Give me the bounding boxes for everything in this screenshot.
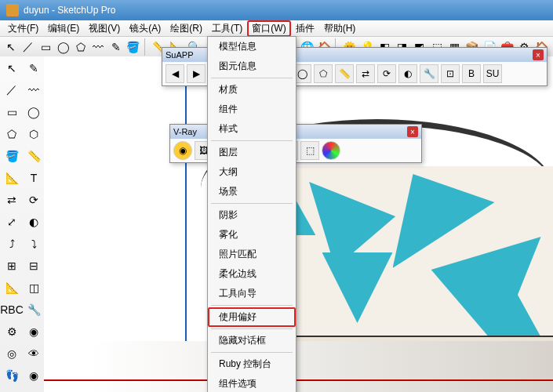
menu-帮助(H)[interactable]: 帮助(H): [319, 20, 361, 37]
menu-item-雾化[interactable]: 雾化: [208, 225, 296, 245]
suapp-tool-icon[interactable]: ▶: [187, 64, 206, 83]
menu-item-样式[interactable]: 样式: [208, 119, 296, 139]
palette-tool-icon[interactable]: ⇄: [2, 190, 22, 210]
palette-tool-icon[interactable]: ⟳: [24, 190, 44, 210]
palette-tool-icon[interactable]: ◯: [24, 102, 44, 122]
menu-separator: [211, 140, 293, 141]
palette-tool-icon[interactable]: ⤵: [24, 234, 44, 254]
menu-separator: [211, 78, 293, 78]
palette-tool-icon[interactable]: ⬠: [2, 124, 22, 144]
palette-tool-icon[interactable]: ⬡: [24, 124, 44, 144]
palette-tool-icon[interactable]: ▭: [2, 102, 22, 122]
palette-tool-icon[interactable]: 👁: [24, 343, 44, 364]
viewport-3d[interactable]: [44, 56, 553, 392]
palette-tool-icon[interactable]: 👣: [2, 365, 22, 386]
close-icon[interactable]: ×: [533, 49, 544, 60]
menu-item-柔化边线[interactable]: 柔化边线: [208, 264, 296, 284]
menu-工具(T)[interactable]: 工具(T): [207, 20, 247, 37]
menu-item-使用偏好[interactable]: 使用偏好: [208, 307, 296, 327]
toolbar-icon[interactable]: 〰: [90, 38, 106, 56]
palette-tool-icon[interactable]: ◉: [24, 365, 44, 386]
menu-窗口(W)[interactable]: 窗口(W): [247, 20, 290, 37]
ground-plane: [91, 341, 553, 392]
palette-tool-icon[interactable]: 📏: [24, 146, 44, 166]
palette-tool-icon[interactable]: 🪣: [2, 146, 22, 166]
menu-item-Ruby 控制台[interactable]: Ruby 控制台: [208, 354, 296, 374]
menu-item-照片匹配[interactable]: 照片匹配: [208, 245, 296, 264]
menu-镜头(A)[interactable]: 镜头(A): [125, 20, 166, 37]
menu-item-材质[interactable]: 材质: [208, 80, 296, 100]
vray-tool-icon[interactable]: ⬚: [300, 141, 319, 160]
menu-separator: [211, 328, 293, 329]
suapp-tool-icon[interactable]: B: [462, 64, 481, 83]
menu-item-模型信息[interactable]: 模型信息: [208, 37, 296, 56]
suapp-tool-icon[interactable]: ⊡: [441, 64, 460, 83]
palette-tool-icon[interactable]: ◐: [24, 212, 44, 232]
palette-tool-icon[interactable]: ／: [2, 80, 22, 100]
suapp-tool-icon[interactable]: ⬠: [314, 64, 333, 83]
glass-panel: [393, 174, 495, 268]
palette-tool-icon[interactable]: ↖: [2, 58, 22, 78]
vray-title: V-Ray: [173, 127, 197, 136]
toolbar-icon[interactable]: ⬠: [73, 38, 89, 56]
toolbar-icon[interactable]: ↖: [3, 38, 19, 56]
toolbar-icon[interactable]: ◯: [56, 38, 71, 56]
window-menu-dropdown: 模型信息图元信息材质组件样式图层大纲场景阴影雾化照片匹配柔化边线工具向导使用偏好…: [207, 36, 297, 392]
palette-tool-icon[interactable]: ◫: [24, 278, 44, 298]
menu-编辑(E)[interactable]: 编辑(E): [43, 20, 84, 37]
menu-item-大纲[interactable]: 大纲: [208, 162, 296, 182]
menu-item-组件选项[interactable]: 组件选项: [208, 374, 296, 392]
menu-item-图层[interactable]: 图层: [208, 143, 296, 162]
separator: [144, 38, 147, 56]
suapp-tool-icon[interactable]: ◀: [166, 64, 184, 83]
palette-tool-icon[interactable]: 📐: [2, 278, 22, 298]
menu-绘图(R)[interactable]: 绘图(R): [166, 20, 207, 37]
close-icon[interactable]: ×: [407, 126, 418, 137]
menu-item-图元信息[interactable]: 图元信息: [208, 56, 296, 76]
palette-tool-icon[interactable]: ⊞: [2, 256, 22, 276]
axis-red: [44, 379, 553, 381]
suapp-tool-icon[interactable]: SU: [483, 64, 502, 83]
menu-item-阴影[interactable]: 阴影: [208, 205, 296, 225]
palette-tool-icon[interactable]: ⤢: [2, 212, 22, 232]
suapp-tool-icon[interactable]: 📏: [335, 64, 354, 83]
toolbar-icon[interactable]: 🪣: [126, 38, 141, 56]
palette-tool-icon[interactable]: ⤴: [2, 234, 22, 254]
suapp-tool-icon[interactable]: 🔧: [420, 64, 438, 83]
menu-文件(F)[interactable]: 文件(F): [3, 20, 43, 37]
suapp-tool-icon[interactable]: ⇄: [356, 64, 375, 83]
palette-tool-icon[interactable]: ✎: [24, 58, 44, 78]
tool-palette: ↖✎／〰▭◯⬠⬡🪣📏📐T⇄⟳⤢◐⤴⤵⊞⊟📐◫RBC🔧⚙◉◎👁👣◉: [0, 56, 48, 392]
suapp-title: SuAPP: [166, 50, 193, 60]
palette-tool-icon[interactable]: ◉: [24, 321, 44, 342]
palette-tool-icon[interactable]: 📐: [2, 168, 22, 188]
palette-tool-icon[interactable]: ⚙: [2, 321, 22, 342]
menu-bar: 文件(F)编辑(E)视图(V)镜头(A)绘图(R)工具(T)窗口(W)插件帮助(…: [0, 20, 553, 37]
menu-separator: [211, 305, 293, 306]
menu-item-隐藏对话框[interactable]: 隐藏对话框: [208, 331, 296, 350]
title-bar: duyun - SketchUp Pro: [0, 0, 553, 20]
menu-item-组件[interactable]: 组件: [208, 100, 296, 119]
glass-panel: [322, 252, 393, 323]
menu-item-工具向导[interactable]: 工具向导: [208, 284, 296, 303]
palette-tool-icon[interactable]: 🔧: [24, 299, 44, 320]
palette-tool-icon[interactable]: T: [24, 168, 44, 188]
suapp-tool-icon[interactable]: ◐: [398, 64, 417, 83]
menu-separator: [211, 352, 293, 353]
palette-tool-icon[interactable]: RBC: [2, 299, 22, 320]
menu-视图(V)[interactable]: 视图(V): [84, 20, 125, 37]
toolbar-icon[interactable]: ▭: [38, 38, 54, 56]
app-icon: [6, 4, 19, 16]
palette-tool-icon[interactable]: ◎: [2, 343, 22, 364]
toolbar-icon[interactable]: ✎: [108, 38, 124, 56]
palette-tool-icon[interactable]: 〰: [24, 80, 44, 100]
vray-render-icon[interactable]: ◉: [173, 141, 192, 160]
toolbar-icon[interactable]: ／: [20, 38, 36, 56]
menu-separator: [211, 203, 293, 204]
suapp-tool-icon[interactable]: ⟳: [377, 64, 396, 83]
menu-插件[interactable]: 插件: [291, 20, 319, 37]
vray-color-icon[interactable]: [322, 141, 340, 160]
menu-item-场景[interactable]: 场景: [208, 182, 296, 201]
palette-tool-icon[interactable]: ⊟: [24, 256, 44, 276]
app-title: duyun - SketchUp Pro: [24, 5, 115, 16]
